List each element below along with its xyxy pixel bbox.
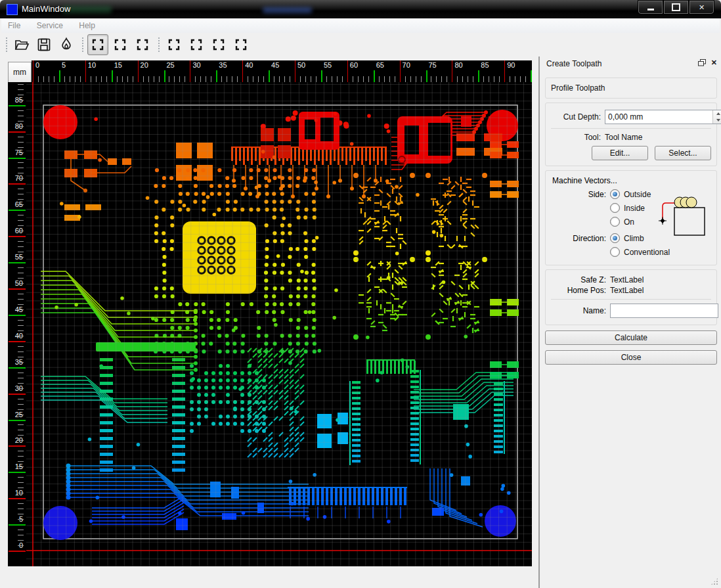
maximize-icon	[672, 3, 680, 11]
selection-frame-icon	[234, 37, 248, 52]
panel-title-bar[interactable]: Create Toolpath ✕	[540, 57, 721, 74]
side-inside-label: Inside	[624, 204, 645, 213]
direction-climb-label: Climb	[624, 234, 644, 243]
separator	[551, 299, 711, 300]
cut-depth-spinbox[interactable]	[605, 110, 721, 124]
ruler-horizontal: 05101520253035404550556065707580859095	[32, 60, 532, 82]
safe-z-label: Safe Z:	[551, 275, 610, 284]
direction-conventional-label: Conventional	[624, 248, 670, 257]
direction-conventional-radio[interactable]	[610, 247, 620, 257]
burn-flame-icon	[58, 37, 74, 53]
machine-vectors-group: Machine Vectors... Side: Outside Inside …	[545, 170, 717, 265]
home-pos-value: TextLabel	[610, 286, 644, 295]
selection-frame-icon	[91, 37, 105, 52]
select-tool-button[interactable]: Select...	[655, 146, 711, 160]
safe-z-value: TextLabel	[610, 275, 644, 284]
cut-depth-input[interactable]	[605, 110, 712, 124]
cut-depth-tool-group: Cut Depth: Tool: Tool Name Edit...	[545, 102, 717, 166]
separator	[551, 128, 711, 129]
glass-smudge	[263, 7, 312, 13]
frame-select-button-3[interactable]	[132, 34, 153, 55]
name-input[interactable]	[610, 304, 718, 318]
selection-frame-icon	[167, 37, 181, 52]
menu-help[interactable]: Help	[72, 18, 102, 30]
side-inside-radio[interactable]	[610, 203, 620, 213]
menu-file[interactable]: File	[1, 18, 27, 30]
frame-select-button-4[interactable]	[164, 34, 185, 55]
selection-frame-icon	[113, 37, 127, 52]
open-folder-icon	[14, 37, 30, 53]
spin-up-icon[interactable]	[713, 110, 721, 117]
frame-select-button-6[interactable]	[208, 34, 229, 55]
side-label: Side:	[551, 190, 610, 199]
maximize-button[interactable]	[663, 0, 689, 14]
side-outside-label: Outside	[624, 190, 651, 199]
open-file-button[interactable]	[11, 34, 32, 55]
machine-vectors-label: Machine Vectors...	[552, 176, 711, 185]
frame-select-button-2[interactable]	[110, 34, 131, 55]
toolbar-grip[interactable]	[5, 37, 8, 53]
profile-toolpath-group: Profile Toolpath	[545, 78, 717, 99]
minimize-icon	[647, 9, 654, 11]
selection-frame-icon	[189, 37, 204, 52]
window-controls: ✕	[638, 0, 714, 14]
menu-bar: File Service Help	[1, 18, 720, 33]
direction-label: Direction:	[551, 234, 610, 243]
direction-climb-radio[interactable]	[610, 233, 620, 243]
pcb-artwork	[26, 82, 532, 566]
selection-frame-icon	[211, 37, 226, 52]
toolbar-grip[interactable]	[81, 37, 84, 53]
main-window: MainWindow ✕ File Service Help	[0, 0, 721, 588]
frame-select-button-7[interactable]	[230, 34, 251, 55]
home-pos-label: Home Pos:	[551, 286, 610, 295]
window-title: MainWindow	[22, 4, 70, 14]
pcb-canvas-viewport[interactable]	[26, 82, 532, 566]
frame-select-button-5[interactable]	[186, 34, 207, 55]
close-icon: ✕	[699, 3, 705, 12]
close-panel-button[interactable]: Close	[545, 350, 717, 365]
selection-frame-icon	[135, 37, 150, 52]
side-outside-radio[interactable]	[610, 189, 620, 199]
burn-button[interactable]	[56, 34, 77, 55]
tool-label: Tool:	[551, 133, 605, 142]
side-on-label: On	[624, 217, 634, 227]
cut-depth-label: Cut Depth:	[551, 112, 605, 122]
close-button[interactable]: ✕	[689, 0, 714, 14]
main-area: mm 0510152025303540455055606570758085909…	[0, 57, 721, 588]
minimize-button[interactable]	[638, 0, 663, 14]
save-file-button[interactable]	[33, 34, 55, 55]
panel-close-icon[interactable]: ✕	[711, 58, 717, 67]
name-label: Name:	[551, 306, 610, 315]
float-panel-icon[interactable]	[698, 59, 706, 66]
ruler-vertical: 0510152025303540455055606570758085	[8, 82, 26, 566]
menu-service[interactable]: Service	[30, 18, 70, 30]
output-group: Safe Z: TextLabel Home Pos: TextLabel Na…	[545, 269, 717, 325]
create-toolpath-panel: Create Toolpath ✕ Profile Toolpath Cut D…	[538, 57, 721, 588]
machining-side-diagram	[657, 196, 710, 238]
title-bar[interactable]: MainWindow ✕	[0, 0, 721, 18]
panel-title: Create Toolpath	[546, 59, 602, 68]
ruler-unit-button[interactable]: mm	[8, 62, 32, 83]
app-icon	[7, 4, 18, 15]
frame-select-button-1[interactable]	[87, 34, 108, 55]
save-floppy-icon	[36, 37, 52, 53]
side-on-radio[interactable]	[610, 217, 620, 227]
toolbar	[1, 33, 720, 57]
calculate-button[interactable]: Calculate	[545, 330, 717, 345]
profile-toolpath-label: Profile Toolpath	[551, 83, 605, 93]
spin-down-icon[interactable]	[713, 117, 721, 124]
edit-tool-button[interactable]: Edit...	[592, 146, 648, 160]
tool-name-value: Tool Name	[605, 133, 642, 142]
toolbar-grip[interactable]	[158, 37, 160, 53]
